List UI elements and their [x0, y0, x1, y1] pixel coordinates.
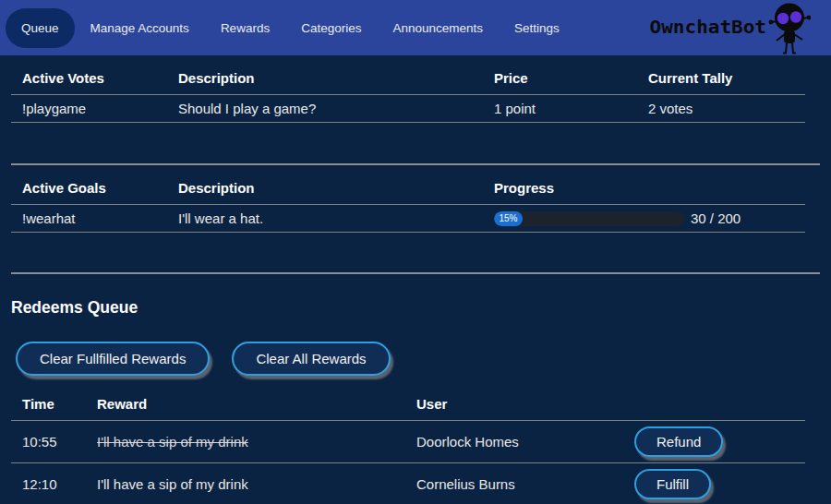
active-goals-header-row: Active Goals Description Progress [11, 165, 805, 205]
col-header-active-goals: Active Goals [11, 165, 178, 205]
tab-categories[interactable]: Categories [285, 8, 377, 48]
redeems-actions: Clear Fullfilled Rewards Clear All Rewar… [16, 342, 831, 376]
goal-description: I'll wear a hat. [178, 205, 494, 233]
active-goals-section: Active Goals Description Progress !wearh… [0, 165, 831, 233]
table-row: !wearhat I'll wear a hat. 15% 30 / 200 [11, 205, 805, 233]
col-header-time: Time [11, 389, 97, 421]
vote-price: 1 point [494, 95, 648, 123]
clear-all-rewards-button[interactable]: Clear All Rewards [232, 342, 390, 376]
refund-button[interactable]: Refund [634, 426, 723, 457]
navbar: Queue Manage Accounts Rewards Categories… [0, 0, 831, 55]
redeem-user: Cornelius Burns [416, 463, 634, 504]
divider [11, 272, 820, 274]
tab-settings[interactable]: Settings [499, 8, 575, 48]
table-row: !playgame Should I play a game? 1 point … [11, 95, 805, 123]
col-header-action [634, 389, 805, 421]
col-header-progress: Progress [494, 165, 805, 205]
active-votes-table: Active Votes Description Price Current T… [11, 55, 805, 123]
logo-text: OwnchatBot [650, 18, 766, 38]
app-logo: OwnchatBot [650, 0, 811, 55]
goal-command: !wearhat [11, 205, 178, 233]
goal-progress: 15% 30 / 200 [494, 210, 805, 226]
robot-mascot-icon [768, 2, 811, 55]
col-header-current-tally: Current Tally [648, 55, 805, 95]
progress-bar-fill: 15% [494, 211, 523, 226]
col-header-price: Price [494, 55, 648, 95]
redeem-time: 12:10 [11, 463, 97, 504]
tab-queue[interactable]: Queue [6, 8, 75, 48]
vote-tally: 2 votes [648, 95, 805, 123]
col-header-description: Description [178, 165, 494, 205]
progress-fraction: 30 / 200 [691, 210, 741, 226]
progress-bar-track: 15% [494, 211, 684, 226]
redeem-reward: I'll have a sip of my drink [97, 463, 416, 504]
tab-announcements[interactable]: Announcements [377, 8, 499, 48]
col-header-description: Description [178, 55, 494, 95]
clear-fulfilled-rewards-button[interactable]: Clear Fullfilled Rewards [16, 342, 210, 376]
redeems-header-row: Time Reward User [11, 389, 805, 421]
tab-rewards[interactable]: Rewards [205, 8, 285, 48]
redeem-time: 10:55 [11, 421, 97, 463]
redeems-table: Time Reward User 10:55 I'll have a sip o… [11, 389, 805, 504]
vote-description: Should I play a game? [178, 95, 494, 123]
col-header-user: User [416, 389, 634, 421]
active-votes-section: Active Votes Description Price Current T… [0, 55, 831, 123]
vote-command: !playgame [11, 95, 178, 123]
col-header-reward: Reward [97, 389, 416, 421]
col-header-active-votes: Active Votes [11, 55, 178, 95]
redeem-reward: I'll have a sip of my drink [97, 421, 416, 463]
fulfill-button[interactable]: Fulfill [634, 469, 711, 499]
redeems-queue-title: Redeems Queue [11, 298, 831, 318]
active-votes-header-row: Active Votes Description Price Current T… [11, 55, 805, 95]
tab-manage-accounts[interactable]: Manage Accounts [75, 8, 205, 48]
table-row: 12:10 I'll have a sip of my drink Cornel… [11, 463, 805, 504]
redeems-queue-section: Redeems Queue Clear Fullfilled Rewards C… [0, 298, 831, 504]
active-goals-table: Active Goals Description Progress !wearh… [11, 165, 805, 233]
redeem-user: Doorlock Homes [416, 421, 634, 463]
table-row: 10:55 I'll have a sip of my drink Doorlo… [11, 421, 805, 463]
